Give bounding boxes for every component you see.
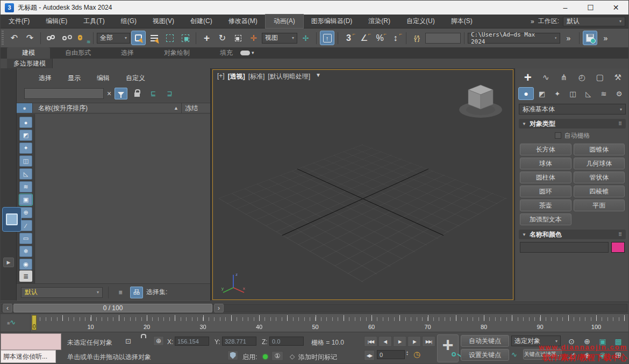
zoom-extents-all-button[interactable]: ▩ [611,335,626,348]
object-type-button[interactable]: 平面 [574,199,625,211]
pan-button[interactable]: ◈ [580,348,595,361]
autogrid-checkbox[interactable] [555,132,561,139]
select-and-place-button[interactable]: ✛ [246,31,261,45]
current-frame-field[interactable] [377,350,405,359]
viewport-layout-tab[interactable] [2,207,22,232]
select-by-name-button[interactable] [147,31,161,45]
display-cameras-icon[interactable]: ◫ [19,155,32,167]
rectangular-selection-region-button[interactable] [162,31,177,45]
tab-motion[interactable]: ◴ [574,73,591,82]
project-folder-dropdown[interactable]: C:\Users\Ad⋯ds Max 2024▾ [468,33,560,44]
menu-item[interactable]: 工具(T) [75,15,112,28]
category-geometry[interactable]: ● [518,87,534,100]
previous-frame-button[interactable]: ◀| [378,336,392,347]
toolbar-overflow-icon[interactable]: » [531,18,534,25]
go-to-end-button[interactable]: ▶▶| [422,336,435,347]
object-type-button[interactable]: 加强型文本 [520,213,571,225]
object-type-button[interactable]: 圆柱体 [520,172,571,183]
ribbon-minimize-button[interactable]: ▾ [240,50,254,55]
menu-item[interactable]: 渲染(R) [360,15,398,28]
set-key-button[interactable]: 设置关键点 [461,349,509,361]
view-cube[interactable] [454,78,508,122]
zoom-extents-button[interactable]: ▣ [595,335,610,348]
category-systems[interactable]: ⚙ [612,87,626,100]
minimize-button[interactable]: – [553,1,578,15]
select-dependents-button[interactable]: ⊒ [163,88,176,99]
scene-security-button[interactable] [227,351,238,360]
tab-utilities[interactable]: ⚒ [610,73,627,82]
menu-item[interactable]: 创建(C) [182,15,220,28]
edit-named-selection-sets-button[interactable]: {∕} [410,31,424,45]
ribbon-panel-polygon-modeling[interactable]: 多边形建模 [7,59,53,68]
menu-item[interactable]: 自定义(U) [398,15,443,28]
percent-snap-toggle[interactable]: %⌐ [373,31,387,45]
viewport-renderer-menu[interactable]: [标准] [248,72,265,81]
window-crossing-toggle[interactable] [178,31,192,45]
advanced-filter-button[interactable]: ≣ [19,270,32,282]
close-button[interactable]: ✕ [603,1,628,15]
object-type-button[interactable]: 茶壶 [520,199,571,211]
category-helpers[interactable]: ◺ [581,87,596,100]
snap-toggle-3d-button[interactable]: 3⌐ [341,31,356,45]
maximize-button[interactable]: ☐ [578,1,603,15]
object-type-rollout[interactable]: ▼ 对象类型 ⠿ [519,119,626,129]
undo-button[interactable]: ↶ [7,31,22,45]
display-shapes-icon[interactable]: ◩ [19,130,32,141]
select-and-move-button[interactable]: + [199,31,214,45]
next-frame-arrow[interactable]: › [214,304,224,312]
object-type-button[interactable]: 圆环 [520,185,571,197]
select-and-rotate-button[interactable]: ↻ [215,31,230,45]
orbit-button[interactable]: ◉ [595,348,610,361]
display-helpers-icon[interactable]: ◺ [19,168,32,180]
absolute-mode-transform-button[interactable]: ⊕ [153,336,164,346]
display-lights-icon[interactable]: ✦ [19,142,32,154]
tab-create[interactable]: + [519,70,537,85]
selection-filter-dropdown[interactable]: 全部▾ [97,33,130,44]
tab-hierarchy[interactable]: ⋔ [555,73,573,82]
explorer-menu-item[interactable]: 显示 [60,74,89,83]
viewport-shading-menu[interactable]: [默认明暗处理] [268,72,310,81]
display-groups-icon[interactable]: ▣ [19,194,32,205]
reference-coordinate-dropdown[interactable]: 视图▾ [262,33,297,44]
primitive-category-dropdown[interactable]: 标准基本体▾ [519,104,626,115]
menu-item[interactable]: 组(G) [113,15,145,28]
category-cameras[interactable]: ◫ [566,87,580,100]
ribbon-tab[interactable]: 自由形式 [50,47,106,59]
object-color-swatch[interactable] [611,242,625,253]
ribbon-tab[interactable]: 选择 [106,47,149,59]
menu-item[interactable]: 脚本(S) [443,15,481,28]
x-coordinate-field[interactable] [175,337,209,346]
viewport-pov-menu[interactable]: [+] [217,72,225,81]
mini-curve-editor-button[interactable]: ≡∿ [7,318,16,326]
toolbar-drag-handle[interactable] [2,31,4,45]
toolbar-overflow-chevron[interactable]: » [598,31,613,45]
auto-key-toggle[interactable]: 自动关键点 [461,335,509,347]
zoom-button[interactable]: ⊙ [564,335,579,348]
select-and-link-button[interactable] [44,31,59,45]
display-frozen-icon[interactable]: ❄ [19,246,32,257]
previous-frame-arrow[interactable]: ‹ [3,304,12,312]
expand-panel-button[interactable]: ▶ [3,258,14,267]
name-and-color-rollout[interactable]: ▼ 名称和颜色 ⠿ [519,230,626,239]
category-lights[interactable]: ✦ [550,87,564,100]
display-hidden-icon[interactable]: ◉ [19,259,32,270]
select-object-button[interactable] [131,31,146,45]
ribbon-tab[interactable]: 建模 [7,47,50,59]
menu-item[interactable]: 视图(V) [145,15,182,28]
frame-spin-buttons[interactable]: ▲▼ [406,351,409,356]
perspective-viewport[interactable]: [+] [透视] [标准] [默认明暗处理] ▼ z x y [212,69,513,300]
explorer-menu-item[interactable]: 自定义 [118,74,153,83]
frozen-column-header[interactable]: 冻结 [181,103,210,113]
scene-object-list[interactable] [35,114,210,283]
menu-item[interactable]: 图形编辑器(D) [303,15,361,28]
notification-button[interactable]: ① [271,351,283,361]
menu-item[interactable]: 动画(A) [266,15,303,28]
viewport-view-menu[interactable]: [透视] [228,72,245,81]
save-scene-button[interactable] [583,31,597,45]
fov-button[interactable]: ◿ [564,348,579,361]
maximize-viewport-button[interactable]: ⊞ [611,348,626,361]
per-view-filter-icon[interactable]: ▼ [316,72,321,81]
select-and-scale-button[interactable] [231,31,245,45]
go-to-start-button[interactable]: |◀◀ [364,336,377,347]
menu-item[interactable]: 编辑(E) [38,15,75,28]
